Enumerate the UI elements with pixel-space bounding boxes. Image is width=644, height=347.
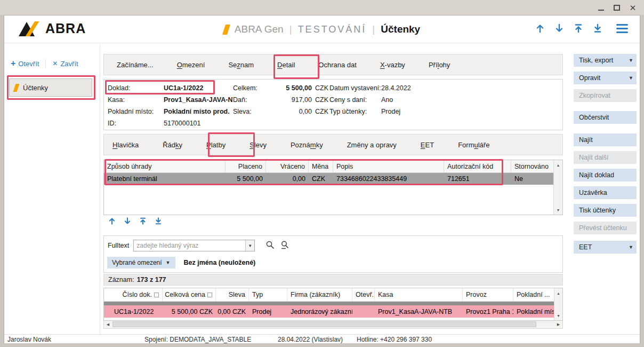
pokladni-misto-label: Pokladní místo:: [108, 108, 164, 115]
close-icon: ✕: [630, 4, 637, 12]
chevron-down-icon: ▼: [629, 75, 633, 81]
payment-prev-button[interactable]: [108, 217, 116, 227]
tab-ochrana-dat[interactable]: Ochrana dat: [318, 61, 357, 69]
titlebar: ✕: [0, 0, 644, 15]
column-header-autorizacni-kod[interactable]: Autorizační kód: [444, 160, 511, 172]
column-header-stornovano[interactable]: Stornováno: [511, 160, 554, 172]
tab-omezeni[interactable]: Omezení: [177, 61, 205, 69]
tab-zaciname[interactable]: Začínáme...: [117, 61, 154, 69]
scrollbar-thumb[interactable]: [112, 321, 536, 327]
cell-pokladni: Pokladní místo: [513, 305, 554, 318]
column-header-kasa[interactable]: Kasa: [375, 288, 463, 301]
selected-restriction-button[interactable]: Vybrané omezení ▼: [107, 257, 175, 269]
minimize-icon: [598, 10, 604, 11]
sidebar-item-uctenky[interactable]: Účtenky: [9, 78, 92, 97]
search-panel: Fulltext ▼ Vybrané omezení ▼ Bez jména (…: [103, 235, 563, 273]
x-icon: ✕: [52, 60, 58, 67]
column-header-celkova-cena[interactable]: Celková cena: [163, 288, 216, 301]
environment-label: TESTOVÁNÍ: [298, 24, 367, 35]
sleva-value: 0,00: [271, 108, 312, 115]
tisk-export-button[interactable]: Tisk, export▼: [574, 54, 637, 67]
first-record-button[interactable]: [573, 23, 584, 34]
subtab-formulare[interactable]: Formuláře: [458, 141, 489, 149]
doklad-label: Doklad:: [108, 84, 164, 92]
subtab-eet[interactable]: EET: [421, 141, 434, 149]
eet-button[interactable]: EET▼: [574, 241, 637, 254]
last-record-button[interactable]: [592, 23, 603, 34]
column-header-pokladni[interactable]: Pokladní ...: [513, 288, 554, 301]
fulltext-dropdown-button[interactable]: ▼: [245, 240, 254, 251]
tab-x-vazby[interactable]: X-vazby: [380, 61, 405, 69]
filter-box-icon[interactable]: [154, 293, 159, 297]
tab-detail[interactable]: Detail: [277, 61, 295, 69]
arrow-up-icon: [535, 23, 545, 34]
scroll-up-icon[interactable]: ▲: [554, 289, 562, 297]
search-advanced-button[interactable]: [280, 240, 289, 251]
column-header-otevr[interactable]: Otevř.: [352, 288, 375, 301]
search-button[interactable]: [265, 240, 275, 251]
subtab-platby[interactable]: Platby: [206, 141, 226, 149]
najit-button[interactable]: Najít: [574, 133, 637, 146]
column-header-vraceno[interactable]: Vráceno: [266, 160, 309, 172]
column-header-firma[interactable]: Firma (zákazník): [287, 288, 352, 301]
scroll-up-icon[interactable]: ▲: [554, 161, 562, 169]
column-header-zpusob-uhrady[interactable]: Způsob úhrady: [104, 160, 226, 172]
column-header-placeno[interactable]: Placeno: [226, 160, 266, 172]
subtab-zmeny-a-opravy[interactable]: Změny a opravy: [347, 141, 397, 149]
obcerstvit-button[interactable]: Občerstvit: [574, 111, 637, 124]
fulltext-label: Fulltext: [108, 242, 129, 249]
arrow-down-icon: [554, 23, 565, 34]
subtab-radky[interactable]: Řádky: [163, 141, 182, 149]
scroll-right-icon[interactable]: ▶: [554, 321, 562, 328]
prevest-uctenku-button: Převést účtenku: [574, 222, 637, 234]
id-value: 5170000101: [164, 120, 233, 127]
najit-doklad-button[interactable]: Najít doklad: [574, 169, 637, 182]
column-header-typ[interactable]: Typ: [249, 288, 287, 301]
tisk-uctenky-button[interactable]: Tisk účtenky: [574, 204, 637, 217]
payment-last-button[interactable]: [154, 217, 163, 227]
prev-record-button[interactable]: [535, 23, 545, 34]
list-horizontal-scrollbar[interactable]: ◀ ▶: [103, 321, 563, 329]
column-header-cislo-dok[interactable]: Číslo dok.: [104, 288, 163, 301]
cell-popis: 7334686022433835449: [333, 173, 444, 185]
datum-vystaveni-value: 28.4.2022: [381, 84, 562, 92]
subtab-hlavicka[interactable]: Hlavička: [112, 141, 139, 149]
subtab-poznamky[interactable]: Poznámky: [291, 141, 323, 149]
close-button[interactable]: ✕: [627, 2, 639, 13]
hamburger-menu-button[interactable]: [616, 24, 628, 33]
next-record-button[interactable]: [554, 23, 565, 34]
column-header-mena[interactable]: Měna: [309, 160, 333, 172]
chevron-down-icon: ▼: [629, 58, 633, 63]
record-counter-value: 173 z 177: [137, 276, 166, 283]
open-agenda-button[interactable]: + Otevřít: [11, 59, 39, 68]
fulltext-input[interactable]: [134, 242, 245, 249]
close-agenda-button[interactable]: ✕ Zavřít: [52, 60, 78, 68]
uzaverka-button[interactable]: Uzávěrka: [574, 186, 637, 199]
minimize-button[interactable]: [595, 2, 607, 13]
opravit-button[interactable]: Opravit▼: [574, 72, 637, 84]
payments-vertical-scrollbar[interactable]: ▲ ▼: [553, 160, 562, 215]
tab-seznam[interactable]: Seznam: [228, 61, 254, 69]
column-header-sleva[interactable]: Sleva: [216, 288, 249, 301]
tab-prilohy[interactable]: Přílohy: [429, 61, 450, 69]
column-header-popis[interactable]: Popis: [333, 160, 444, 172]
scroll-down-icon[interactable]: ▼: [554, 311, 562, 320]
payment-first-button[interactable]: [139, 217, 147, 227]
maximize-button[interactable]: [611, 2, 623, 13]
column-header-provoz[interactable]: Provoz: [463, 288, 513, 301]
filter-box-icon[interactable]: [207, 293, 212, 297]
arrow-down-icon: [123, 217, 132, 225]
scroll-down-icon[interactable]: ▼: [554, 206, 562, 214]
cell-otevr: [352, 305, 375, 318]
cell-placeno: 5 500,00: [226, 173, 266, 185]
list-row-selected[interactable]: UC1a-1/2022 5 500,00 CZK 0,00 CZK Prodej…: [104, 305, 554, 318]
payment-row-selected[interactable]: Platební terminál 5 500,00 0,00 CZK 7334…: [104, 173, 554, 185]
list-vertical-scrollbar[interactable]: ▲ ▼: [554, 288, 562, 320]
payment-next-button[interactable]: [123, 217, 132, 227]
scroll-left-icon[interactable]: ◀: [104, 321, 112, 328]
cell-firma: Jednorázový zákazník: [287, 305, 352, 318]
record-counter-label: Záznam:: [108, 276, 134, 283]
restriction-button-label: Vybrané omezení: [112, 259, 162, 266]
subtab-slevy[interactable]: Slevy: [249, 141, 267, 149]
main-tab-bar: Začínáme... Omezení Seznam Detail Ochran…: [103, 54, 563, 75]
